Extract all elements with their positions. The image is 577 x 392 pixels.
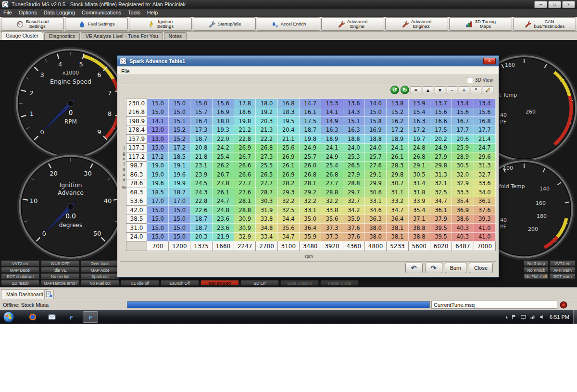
- spark-cell[interactable]: 14.1: [147, 117, 168, 126]
- spark-cell[interactable]: 32.2: [321, 197, 343, 206]
- spark-cell[interactable]: 28.1: [300, 179, 321, 188]
- spark-cell[interactable]: 17.2: [147, 152, 168, 162]
- spark-cell[interactable]: 24.8: [212, 206, 234, 215]
- spark-cell[interactable]: 24.8: [408, 143, 430, 152]
- spark-cell[interactable]: 38.6: [452, 215, 474, 224]
- spark-cell[interactable]: 15.4: [408, 108, 430, 117]
- spark-cell[interactable]: 29.2: [300, 188, 321, 197]
- spark-cell[interactable]: 25.9: [452, 143, 474, 152]
- spark-cell[interactable]: 26.9: [234, 143, 256, 152]
- spark-cell[interactable]: 13.3: [321, 99, 343, 108]
- spark-cell[interactable]: 29.1: [408, 161, 430, 170]
- spark-cell[interactable]: 23.6: [212, 215, 234, 224]
- spark-cell[interactable]: 20.2: [430, 135, 452, 144]
- spark-cell[interactable]: 21.4: [474, 135, 495, 144]
- spark-cell[interactable]: 26.1: [277, 161, 299, 170]
- spark-cell[interactable]: 14.1: [321, 108, 343, 117]
- spark-cell[interactable]: 23.1: [190, 161, 212, 170]
- spark-cell[interactable]: 34.0: [474, 188, 495, 197]
- spark-cell[interactable]: 17.5: [300, 117, 321, 126]
- spark-cell[interactable]: 36.3: [364, 215, 386, 224]
- start-button[interactable]: [3, 311, 14, 323]
- spark-cell[interactable]: 39.3: [474, 215, 495, 224]
- spark-cell[interactable]: 17.2: [169, 143, 190, 152]
- spark-cell[interactable]: 24.5: [190, 179, 212, 188]
- spark-cell[interactable]: 24.1: [321, 143, 343, 152]
- spark-cell[interactable]: 19.6: [147, 179, 168, 188]
- spark-cell[interactable]: 26.7: [212, 170, 234, 179]
- spark-cell[interactable]: 32.2: [277, 197, 299, 206]
- spark-cell[interactable]: 32.9: [452, 179, 474, 188]
- spark-cell[interactable]: 13.6: [343, 99, 364, 108]
- spark-cell[interactable]: 28.8: [321, 188, 343, 197]
- spark-cell[interactable]: 33.4: [256, 232, 277, 241]
- spark-cell[interactable]: 16.4: [190, 117, 212, 126]
- spark-cell[interactable]: 15.0: [147, 215, 168, 224]
- spark-cell[interactable]: 31.9: [256, 206, 277, 215]
- spark-cell[interactable]: 26.2: [212, 161, 234, 170]
- spark-cell[interactable]: 16.1: [300, 108, 321, 117]
- dialog-close-button[interactable]: ×: [483, 58, 496, 64]
- spark-cell[interactable]: 18.5: [147, 188, 168, 197]
- pencil-edit-button[interactable]: [483, 86, 493, 94]
- spark-cell[interactable]: 24.2: [212, 143, 234, 152]
- spark-cell[interactable]: 26.9: [277, 170, 299, 179]
- toolbar-button-accel-enrich[interactable]: Accel Enrich: [257, 17, 320, 31]
- spark-cell[interactable]: 16.3: [408, 117, 430, 126]
- spark-cell[interactable]: 18.6: [234, 108, 256, 117]
- network-icon[interactable]: [530, 314, 536, 320]
- spark-cell[interactable]: 13.4: [474, 99, 495, 108]
- spark-cell[interactable]: 19.8: [234, 117, 256, 126]
- spark-cell[interactable]: 15.2: [169, 135, 190, 144]
- spark-cell[interactable]: 31.4: [408, 179, 430, 188]
- spark-cell[interactable]: 27.6: [234, 188, 256, 197]
- spark-cell[interactable]: 34.4: [277, 215, 299, 224]
- spark-cell[interactable]: 24.1: [387, 143, 408, 152]
- spark-cell[interactable]: 38.1: [387, 224, 408, 233]
- spark-cell[interactable]: 26.1: [212, 188, 234, 197]
- spark-cell[interactable]: 19.9: [169, 179, 190, 188]
- toolbar-button-basic-load-settings[interactable]: Basic/LoadSettings: [1, 17, 64, 31]
- spark-cell[interactable]: 24.0: [364, 143, 386, 152]
- mail-icon[interactable]: [44, 311, 60, 323]
- spark-cell[interactable]: 15.0: [147, 224, 168, 233]
- spark-cell[interactable]: 22.6: [190, 206, 212, 215]
- spark-cell[interactable]: 26.0: [300, 161, 321, 170]
- spark-cell[interactable]: 30.3: [256, 197, 277, 206]
- spark-cell[interactable]: 30.5: [408, 170, 430, 179]
- menu-options[interactable]: Options: [15, 9, 40, 17]
- toolbar-button-startup-idle[interactable]: Startup/Idle: [193, 17, 256, 31]
- spark-cell[interactable]: 22.8: [190, 197, 212, 206]
- spark-cell[interactable]: 15.0: [169, 206, 190, 215]
- spark-cell[interactable]: 35.6: [321, 215, 343, 224]
- spark-cell[interactable]: 17.0: [169, 197, 190, 206]
- spark-cell[interactable]: 34.7: [277, 232, 299, 241]
- spark-cell[interactable]: 27.7: [321, 179, 343, 188]
- toolbar-button-ignition-settings[interactable]: IgnitionSettings: [129, 17, 192, 31]
- spark-cell[interactable]: 16.8: [277, 99, 299, 108]
- menu-data-logging[interactable]: Data Logging: [40, 9, 78, 17]
- spark-cell[interactable]: 16.6: [430, 117, 452, 126]
- spark-cell[interactable]: 14.9: [321, 117, 343, 126]
- spark-cell[interactable]: 20.4: [277, 126, 299, 135]
- spark-cell[interactable]: 33.9: [408, 197, 430, 206]
- spark-cell[interactable]: 38.1: [387, 232, 408, 241]
- spark-cell[interactable]: 19.1: [169, 161, 190, 170]
- spark-cell[interactable]: 18.9: [321, 135, 343, 144]
- spark-cell[interactable]: 19.0: [147, 161, 168, 170]
- spark-cell[interactable]: 15.0: [169, 99, 190, 108]
- decrement-button[interactable]: ▼: [435, 86, 445, 94]
- spark-cell[interactable]: 25.5: [256, 161, 277, 170]
- spark-cell[interactable]: 28.1: [234, 197, 256, 206]
- spark-cell[interactable]: 38.8: [408, 232, 430, 241]
- spark-cell[interactable]: 25.7: [300, 152, 321, 162]
- spark-cell[interactable]: 34.6: [364, 206, 386, 215]
- spark-cell[interactable]: 41.0: [474, 224, 495, 233]
- spark-cell[interactable]: 19.2: [256, 108, 277, 117]
- spark-cell[interactable]: 28.8: [343, 179, 364, 188]
- spark-cell[interactable]: 19.7: [408, 135, 430, 144]
- spark-cell[interactable]: 21.1: [277, 135, 299, 144]
- menu-tools[interactable]: Tools: [125, 9, 144, 17]
- tab-gauge-cluster[interactable]: Gauge Cluster: [1, 32, 43, 40]
- spark-cell[interactable]: 19.8: [300, 135, 321, 144]
